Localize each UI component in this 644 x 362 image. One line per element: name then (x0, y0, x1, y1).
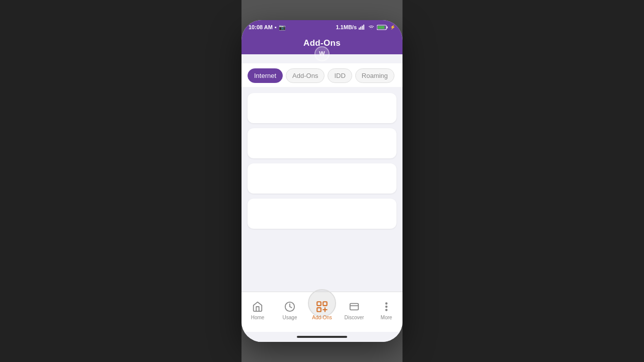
card-2 (248, 128, 396, 158)
svg-rect-11 (350, 303, 359, 310)
charging-icon: ⚡ (390, 25, 395, 30)
tab-internet[interactable]: Internet (248, 68, 283, 83)
card-4 (248, 199, 396, 229)
home-icon (251, 300, 264, 313)
svg-rect-0 (359, 28, 360, 30)
nav-more[interactable]: More (370, 300, 403, 320)
tab-addons[interactable]: Add-Ons (286, 68, 325, 83)
nav-usage-label: Usage (283, 315, 297, 320)
camera-icon: 📷 (279, 24, 286, 31)
nav-addons[interactable]: Add-Ons (306, 300, 338, 320)
home-indicator-bar (297, 336, 347, 338)
status-time: 10:08 AM (249, 24, 273, 30)
app-header: Add-Ons W (242, 34, 403, 54)
nav-discover-label: Discover (345, 315, 364, 320)
discover-icon (348, 300, 361, 313)
svg-point-14 (386, 309, 387, 311)
data-speed: 1.1MB/s (336, 24, 357, 30)
svg-rect-8 (317, 302, 321, 306)
usage-icon (283, 300, 296, 313)
status-bar: 10:08 AM ▪ 📷 1.1MB/s (242, 20, 403, 34)
svg-rect-5 (387, 26, 388, 28)
svg-rect-9 (323, 302, 327, 306)
tab-roaming[interactable]: Roaming (355, 68, 394, 83)
status-left: 10:08 AM ▪ 📷 (249, 24, 286, 31)
card-1 (248, 93, 396, 123)
phone-icon: ▪ (275, 24, 277, 30)
nav-usage[interactable]: Usage (274, 300, 306, 320)
nav-addons-label: Add-Ons (312, 315, 332, 320)
status-right: 1.1MB/s (336, 24, 395, 30)
svg-rect-1 (360, 27, 361, 30)
nav-discover[interactable]: Discover (338, 300, 370, 320)
home-indicator (242, 332, 403, 342)
addons-icon (315, 300, 329, 313)
svg-rect-10 (317, 308, 321, 312)
nav-more-label: More (381, 315, 392, 320)
svg-point-12 (386, 303, 387, 304)
main-content (242, 87, 403, 292)
more-icon (380, 300, 393, 313)
bottom-nav: Home Usage Add-Ons (242, 292, 403, 332)
svg-rect-2 (362, 26, 363, 30)
tab-idd[interactable]: IDD (328, 68, 352, 83)
phone-frame: 10:08 AM ▪ 📷 1.1MB/s (242, 20, 403, 342)
svg-rect-6 (378, 26, 385, 29)
wifi-icon (368, 25, 375, 30)
nav-home[interactable]: Home (242, 300, 274, 320)
header-logo: W (314, 46, 330, 61)
tabs-bar: Internet Add-Ons IDD Roaming (242, 63, 403, 87)
svg-rect-3 (363, 25, 364, 30)
card-3 (248, 163, 396, 194)
svg-point-13 (386, 306, 387, 307)
battery-icon (377, 25, 388, 30)
signal-icon (359, 25, 366, 30)
nav-home-label: Home (251, 315, 265, 320)
